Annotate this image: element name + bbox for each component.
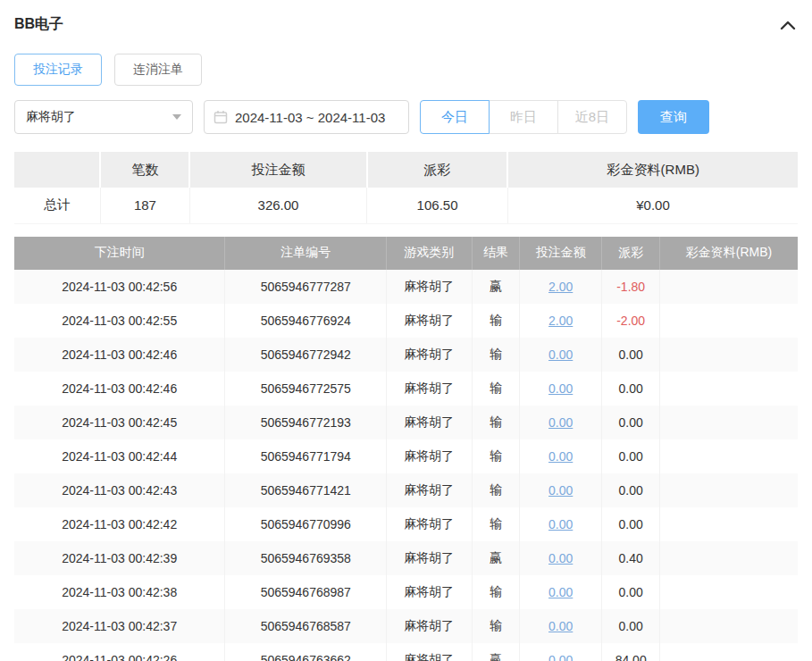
table-row: 2024-11-03 00:42:45 5065946772193 麻将胡了 输… [14,406,798,439]
quick-yesterday-button[interactable]: 昨日 [489,100,558,134]
table-row: 2024-11-03 00:42:42 5065946770996 麻将胡了 输… [14,507,798,541]
cell-result: 赢 [472,643,519,661]
cell-result: 输 [472,372,519,406]
cell-order-id: 5065946771421 [225,473,387,507]
cell-result: 输 [472,406,519,439]
collapse-panel-button[interactable] [778,18,798,32]
bet-amount-link[interactable]: 0.00 [548,483,573,498]
tab-bet-records[interactable]: 投注记录 [14,54,102,86]
tab-bar: 投注记录 连消注单 [14,54,798,86]
cell-bet-time: 2024-11-03 00:42:42 [14,507,225,541]
summary-header-blank [14,152,100,188]
cell-bet-time: 2024-11-03 00:42:46 [14,338,225,372]
cell-bonus [660,338,798,372]
cell-payout: -2.00 [602,304,660,338]
cell-bet-time: 2024-11-03 00:42:56 [14,270,225,304]
cell-payout: 0.00 [602,372,660,406]
cell-bet-time: 2024-11-03 00:42:38 [14,575,225,609]
cell-result: 输 [472,304,519,338]
col-bet-time: 下注时间 [14,237,225,270]
summary-header-row: 笔数 投注金额 派彩 彩金资料(RMB) [14,152,798,188]
cell-bet-amount: 0.00 [520,338,602,372]
bet-amount-link[interactable]: 0.00 [548,381,573,396]
col-order-id: 注单编号 [225,237,387,270]
cell-bonus [660,270,798,304]
quick-today-button[interactable]: 今日 [420,100,490,134]
table-row: 2024-11-03 00:42:26 5065946763662 麻将胡了 赢… [14,643,798,661]
col-bet-amount: 投注金额 [520,237,602,270]
cell-bonus [660,541,798,575]
table-row: 2024-11-03 00:42:37 5065946768587 麻将胡了 输… [14,609,798,643]
cell-order-id: 5065946763662 [225,643,387,661]
bet-records-panel: BB电子 投注记录 连消注单 麻将胡了 2024-11-03 ~ 2 [0,0,812,661]
table-row: 2024-11-03 00:42:56 5065946777287 麻将胡了 赢… [14,270,798,304]
bet-amount-link[interactable]: 2.00 [548,314,573,328]
table-row: 2024-11-03 00:42:39 5065946769358 麻将胡了 赢… [14,541,798,575]
records-table-body: 2024-11-03 00:42:56 5065946777287 麻将胡了 赢… [14,270,798,661]
cell-bet-time: 2024-11-03 00:42:55 [14,304,225,338]
summary-total-bet-amount: 326.00 [189,188,366,223]
table-row: 2024-11-03 00:42:44 5065946771794 麻将胡了 输… [14,439,798,473]
cell-game-type: 麻将胡了 [387,372,473,406]
summary-total-label: 总计 [14,188,100,223]
cell-bet-time: 2024-11-03 00:42:37 [14,609,225,643]
tab-combo-orders[interactable]: 连消注单 [114,54,202,86]
cell-bet-amount: 0.00 [520,507,602,541]
cell-order-id: 5065946772575 [225,372,387,406]
cell-order-id: 5065946770996 [225,507,387,541]
cell-game-type: 麻将胡了 [387,338,473,372]
cell-order-id: 5065946768587 [225,609,387,643]
cell-result: 赢 [472,270,519,304]
bet-amount-link[interactable]: 2.00 [548,280,573,294]
cell-bonus [660,372,798,406]
cell-bet-amount: 0.00 [520,541,602,575]
search-button[interactable]: 查询 [638,100,709,134]
table-row: 2024-11-03 00:42:55 5065946776924 麻将胡了 输… [14,304,798,338]
cell-bet-time: 2024-11-03 00:42:44 [14,439,225,473]
game-select[interactable]: 麻将胡了 [14,100,193,134]
bet-amount-link[interactable]: 0.00 [548,653,573,661]
cell-order-id: 5065946771794 [225,439,387,473]
summary-total-row: 总计 187 326.00 106.50 ¥0.00 [14,188,798,223]
bet-amount-link[interactable]: 0.00 [548,585,573,599]
quick-last8days-button[interactable]: 近8日 [557,100,627,134]
table-row: 2024-11-03 00:42:46 5065946772575 麻将胡了 输… [14,372,798,406]
col-payout: 派彩 [602,237,660,270]
summary-header-bonus: 彩金资料(RMB) [507,152,798,188]
cell-payout: 0.00 [602,507,660,541]
cell-bonus [660,507,798,541]
bet-amount-link[interactable]: 0.00 [548,449,573,464]
col-game-type: 游戏类别 [387,237,473,270]
cell-game-type: 麻将胡了 [387,507,473,541]
bet-amount-link[interactable]: 0.00 [548,347,573,362]
bet-amount-link[interactable]: 0.00 [548,517,573,531]
quick-range-group: 今日 昨日 近8日 [420,100,627,134]
panel-header: BB电子 [14,0,798,34]
cell-result: 输 [472,338,519,372]
summary-header-payout: 派彩 [367,152,508,188]
cell-payout: 0.00 [602,439,660,473]
bet-amount-link[interactable]: 0.00 [548,619,573,633]
cell-result: 赢 [472,541,519,575]
table-row: 2024-11-03 00:42:38 5065946768987 麻将胡了 输… [14,575,798,609]
cell-payout: 84.00 [602,643,660,661]
cell-bet-amount: 0.00 [520,439,602,473]
summary-total-bonus: ¥0.00 [507,188,798,223]
cell-bonus [660,406,798,439]
date-range-input[interactable]: 2024-11-03 ~ 2024-11-03 [204,100,409,134]
chevron-down-icon [172,114,181,120]
bet-amount-link[interactable]: 0.00 [548,551,573,565]
cell-payout: 0.00 [602,406,660,439]
bet-amount-link[interactable]: 0.00 [548,415,573,430]
cell-game-type: 麻将胡了 [387,575,473,609]
cell-bonus [660,609,798,643]
cell-result: 输 [472,507,519,541]
cell-payout: 0.00 [602,473,660,507]
summary-total-payout: 106.50 [367,188,508,223]
col-result: 结果 [472,237,519,270]
cell-game-type: 麻将胡了 [387,406,473,439]
cell-bonus [660,643,798,661]
cell-bet-amount: 0.00 [520,473,602,507]
cell-bet-time: 2024-11-03 00:42:45 [14,406,225,439]
cell-order-id: 5065946776924 [225,304,387,338]
